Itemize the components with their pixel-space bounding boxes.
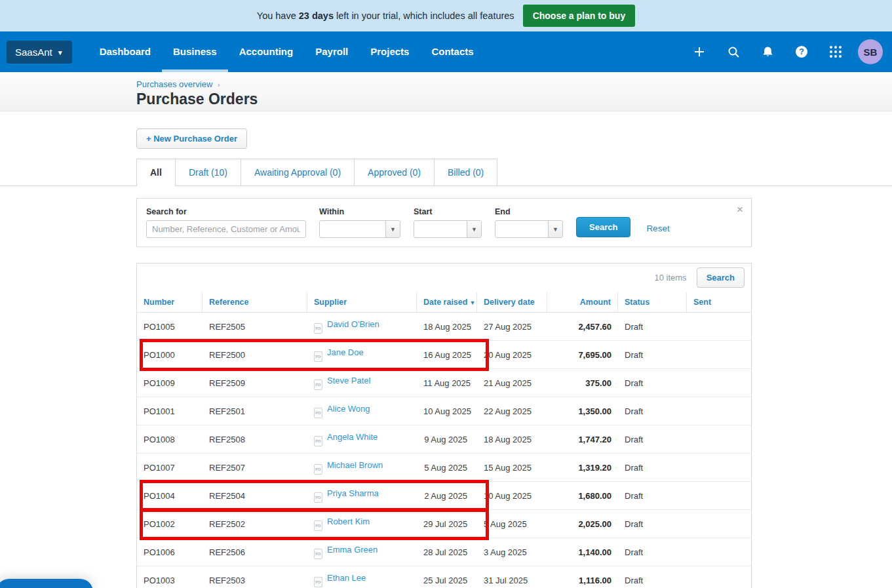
supplier-link[interactable]: Steve Patel bbox=[327, 376, 371, 385]
supplier-link[interactable]: David O'Brien bbox=[327, 319, 379, 329]
table-row[interactable]: PO1004REF2504PDPriya Sharma2 Aug 202510 … bbox=[137, 482, 751, 510]
cell-amount: 7,695.00 bbox=[547, 350, 618, 360]
nav-item-contacts[interactable]: Contacts bbox=[420, 31, 484, 72]
supplier-link[interactable]: Angela White bbox=[327, 432, 378, 442]
notifications-button[interactable] bbox=[750, 31, 785, 72]
supplier-link[interactable]: Jane Doe bbox=[327, 347, 364, 357]
search-for-group: Search for bbox=[146, 207, 306, 238]
cell-supplier: PDEmma Green bbox=[307, 545, 417, 559]
supplier-link[interactable]: Priya Sharma bbox=[327, 488, 379, 498]
pdf-document-icon: PD bbox=[314, 323, 322, 334]
add-button[interactable] bbox=[682, 31, 716, 72]
nav-item-projects[interactable]: Projects bbox=[359, 31, 420, 72]
table-row[interactable]: PO1007REF2507PDMichael Brown5 Aug 202515… bbox=[137, 454, 751, 482]
list-search-button[interactable]: Search bbox=[697, 267, 745, 288]
trial-banner: You have 23 days left in your trial, whi… bbox=[0, 0, 892, 31]
supplier-link[interactable]: Emma Green bbox=[327, 545, 378, 555]
supplier-link[interactable]: Alice Wong bbox=[327, 404, 370, 414]
tab-approved[interactable]: Approved (0) bbox=[354, 159, 435, 186]
within-label: Within bbox=[319, 207, 410, 216]
nav-menu: Dashboard Business Accounting Payroll Pr… bbox=[88, 31, 485, 72]
cell-amount: 2,457.60 bbox=[547, 322, 618, 332]
cell-number: PO1009 bbox=[137, 378, 203, 388]
new-purchase-order-button[interactable]: + New Purchase Order bbox=[136, 128, 247, 149]
choose-plan-button[interactable]: Choose a plan to buy bbox=[523, 5, 636, 27]
cell-reference: REF2500 bbox=[203, 350, 307, 360]
table-row[interactable]: PO1009REF2509PDSteve Patel11 Aug 202521 … bbox=[137, 369, 751, 397]
column-header-delivery-date[interactable]: Delivery date bbox=[477, 292, 547, 312]
breadcrumb-purchases-overview[interactable]: Purchases overview bbox=[136, 79, 212, 89]
cell-number: PO1000 bbox=[137, 350, 203, 360]
supplier-link[interactable]: Ethan Lee bbox=[327, 573, 366, 583]
cell-number: PO1006 bbox=[137, 547, 203, 557]
cell-status: Draft bbox=[618, 547, 687, 557]
cell-delivery-date: 18 Aug 2025 bbox=[477, 435, 547, 444]
table-row[interactable]: PO1002REF2502PDRobert Kim29 Jul 20255 Au… bbox=[137, 510, 751, 538]
trial-text: You have 23 days left in your trial, whi… bbox=[257, 10, 514, 21]
help-beacon[interactable] bbox=[0, 579, 93, 588]
table-row[interactable]: PO1003REF2503PDEthan Lee25 Jul 202531 Ju… bbox=[137, 566, 751, 588]
cell-amount: 1,680.00 bbox=[547, 491, 618, 501]
nav-item-payroll[interactable]: Payroll bbox=[304, 31, 359, 72]
pdf-document-icon: PD bbox=[314, 520, 322, 531]
supplier-link[interactable]: Robert Kim bbox=[327, 517, 370, 526]
pdf-document-icon: PD bbox=[314, 436, 322, 446]
cell-number: PO1001 bbox=[137, 406, 203, 416]
cell-date-raised: 29 Jul 2025 bbox=[417, 519, 477, 529]
search-input[interactable] bbox=[146, 220, 306, 238]
column-header-number[interactable]: Number bbox=[137, 292, 203, 312]
items-count: 10 items bbox=[654, 273, 686, 283]
cell-date-raised: 5 Aug 2025 bbox=[417, 463, 477, 473]
tab-draft[interactable]: Draft (10) bbox=[175, 159, 241, 186]
org-menu-button[interactable]: SaasAnt ▼ bbox=[7, 41, 72, 64]
search-button-nav[interactable] bbox=[716, 31, 750, 72]
column-header-status[interactable]: Status bbox=[618, 292, 687, 312]
tab-all[interactable]: All bbox=[136, 159, 176, 186]
supplier-link[interactable]: Michael Brown bbox=[327, 460, 383, 470]
purchase-orders-list: 10 items Search Number Reference Supplie… bbox=[136, 263, 752, 588]
end-date-select[interactable]: ▼ bbox=[495, 220, 563, 238]
column-header-supplier[interactable]: Supplier bbox=[307, 292, 417, 312]
nav-item-accounting[interactable]: Accounting bbox=[228, 31, 305, 72]
apps-menu-button[interactable] bbox=[819, 31, 853, 72]
cell-amount: 1,116.00 bbox=[547, 576, 618, 585]
cell-number: PO1008 bbox=[137, 435, 203, 444]
column-header-reference[interactable]: Reference bbox=[203, 292, 307, 312]
tab-awaiting-approval[interactable]: Awaiting Approval (0) bbox=[241, 159, 355, 186]
status-tabs: All Draft (10) Awaiting Approval (0) App… bbox=[0, 159, 892, 186]
nav-item-dashboard[interactable]: Dashboard bbox=[88, 31, 162, 72]
nav-item-business[interactable]: Business bbox=[162, 31, 228, 72]
column-header-amount[interactable]: Amount bbox=[547, 292, 618, 312]
cell-status: Draft bbox=[618, 576, 687, 585]
search-submit-button[interactable]: Search bbox=[576, 217, 630, 237]
close-icon[interactable]: × bbox=[737, 204, 743, 215]
cell-supplier: PDAlice Wong bbox=[307, 404, 417, 418]
pdf-document-icon: PD bbox=[314, 492, 322, 503]
column-header-date-raised[interactable]: Date raised▼ bbox=[417, 292, 477, 312]
table-row[interactable]: PO1000REF2500PDJane Doe16 Aug 202520 Aug… bbox=[137, 341, 751, 369]
chevron-down-icon: ▼ bbox=[548, 221, 562, 237]
tab-billed[interactable]: Billed (0) bbox=[434, 159, 497, 186]
help-button[interactable]: ? bbox=[785, 31, 819, 72]
org-name: SaasAnt bbox=[15, 47, 52, 58]
user-avatar[interactable]: SB bbox=[858, 39, 883, 64]
cell-amount: 375.00 bbox=[547, 378, 618, 388]
start-date-select[interactable]: ▼ bbox=[414, 220, 482, 238]
cell-delivery-date: 20 Aug 2025 bbox=[477, 350, 547, 360]
start-group: Start ▼ bbox=[414, 207, 491, 238]
table-row[interactable]: PO1008REF2508PDAngela White9 Aug 202518 … bbox=[137, 425, 751, 454]
cell-delivery-date: 27 Aug 2025 bbox=[477, 322, 547, 332]
within-select[interactable]: ▼ bbox=[319, 220, 400, 238]
cell-delivery-date: 21 Aug 2025 bbox=[477, 378, 547, 388]
cell-number: PO1003 bbox=[137, 576, 203, 585]
table-row[interactable]: PO1001REF2501PDAlice Wong10 Aug 202522 A… bbox=[137, 397, 751, 425]
help-icon: ? bbox=[795, 45, 808, 58]
page-title: Purchase Orders bbox=[136, 90, 892, 108]
column-header-sent[interactable]: Sent bbox=[687, 292, 752, 312]
main-content: + New Purchase Order All Draft (10) Awai… bbox=[0, 111, 892, 588]
table-row[interactable]: PO1006REF2506PDEmma Green28 Jul 20253 Au… bbox=[137, 538, 751, 566]
reset-link[interactable]: Reset bbox=[646, 224, 669, 233]
cell-date-raised: 9 Aug 2025 bbox=[417, 435, 477, 444]
table-row[interactable]: PO1005REF2505PDDavid O'Brien18 Aug 20252… bbox=[137, 313, 751, 341]
cell-number: PO1004 bbox=[137, 491, 203, 501]
